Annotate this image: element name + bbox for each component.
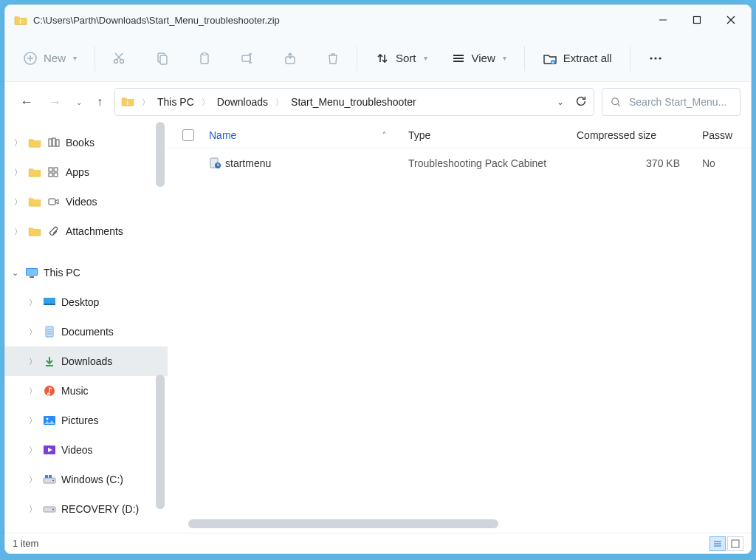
sidebar-label: Apps — [66, 166, 89, 178]
sidebar-label: Documents — [61, 326, 114, 338]
svg-rect-63 — [732, 540, 739, 547]
breadcrumb-mid[interactable]: Downloads — [217, 96, 268, 108]
column-header-name[interactable]: Name ˄ — [209, 129, 408, 141]
paste-button[interactable] — [191, 47, 218, 70]
maximize-button[interactable] — [680, 5, 714, 35]
trash-icon — [326, 51, 340, 66]
rename-button[interactable] — [234, 47, 261, 70]
chevron-down-icon: ▾ — [424, 54, 427, 62]
sidebar-item-videos[interactable]: 〉 Videos — [5, 435, 168, 465]
sidebar-scrollbar-thumb-upper[interactable] — [156, 122, 165, 187]
chevron-right-icon[interactable]: 〉 — [27, 327, 38, 338]
copy-button[interactable] — [148, 47, 175, 70]
address-history-button[interactable]: ⌄ — [552, 97, 568, 107]
chevron-right-icon[interactable]: 〉 — [13, 226, 23, 237]
svg-rect-35 — [54, 168, 58, 171]
copy-icon — [154, 51, 169, 66]
view-lines-icon — [451, 51, 466, 66]
chevron-right-icon[interactable]: 〉 — [13, 197, 23, 208]
svg-rect-16 — [242, 55, 250, 61]
sidebar-item-documents[interactable]: 〉 Documents — [5, 317, 168, 346]
sidebar-item-downloads[interactable]: 〉 Downloads — [5, 346, 168, 376]
new-button[interactable]: New ▾ — [16, 47, 84, 70]
more-button[interactable] — [641, 47, 670, 70]
sidebar-item-pictures[interactable]: 〉 Pictures — [5, 406, 168, 435]
horizontal-scrollbar[interactable] — [188, 519, 743, 528]
chevron-right-icon[interactable]: 〉 — [27, 415, 38, 426]
sidebar-item-desktop[interactable]: 〉 Desktop — [5, 287, 168, 317]
sidebar-item-music[interactable]: 〉 Music — [5, 376, 168, 406]
chevron-down-icon[interactable]: ⌄ — [10, 268, 20, 278]
chevron-right-icon[interactable]: 〉 — [27, 297, 38, 308]
chevron-right-icon[interactable]: 〉 — [142, 97, 150, 108]
titlebar[interactable]: C:\Users\Parth\Downloads\Start_Menu_trou… — [5, 5, 751, 35]
scissors-icon — [111, 51, 126, 66]
details-view-button[interactable] — [709, 536, 726, 551]
folder-icon — [27, 196, 42, 208]
address-bar[interactable]: 〉 This PC 〉 Downloads 〉 Start_Menu_troub… — [114, 88, 594, 116]
view-button[interactable]: View ▾ — [444, 47, 514, 70]
paperclip-sub-icon — [47, 225, 61, 237]
download-icon — [42, 355, 57, 367]
breadcrumb-root[interactable]: This PC — [157, 96, 194, 108]
column-header-password[interactable]: Passw — [702, 129, 751, 141]
sidebar-item-attachments[interactable]: 〉 Attachments — [5, 216, 168, 246]
share-icon — [283, 51, 298, 66]
chevron-right-icon[interactable]: 〉 — [27, 386, 38, 397]
recent-locations-button[interactable]: ⌄ — [76, 98, 82, 106]
svg-rect-2 — [694, 17, 701, 24]
sidebar-scrollbar-thumb-lower[interactable] — [156, 375, 165, 509]
back-button[interactable]: ← — [20, 95, 33, 110]
chevron-right-icon[interactable]: 〉 — [13, 167, 23, 178]
refresh-button[interactable] — [574, 95, 588, 110]
search-input[interactable] — [629, 96, 732, 108]
sidebar-item-apps[interactable]: 〉 Apps — [5, 157, 168, 187]
chevron-right-icon[interactable]: 〉 — [27, 474, 38, 485]
chevron-right-icon[interactable]: 〉 — [27, 356, 38, 367]
file-row[interactable]: startmenu Troubleshooting Pack Cabinet 3… — [168, 148, 751, 178]
chevron-right-icon[interactable]: 〉 — [27, 504, 38, 515]
delete-button[interactable] — [320, 47, 346, 70]
drive-icon — [42, 474, 57, 485]
sidebar-item-books[interactable]: 〉 Books — [5, 128, 168, 157]
file-list-panel: Name ˄ Type Compressed size Passw startm… — [168, 122, 751, 533]
sidebar-item-windows-c[interactable]: 〉 Windows (C:) — [5, 465, 168, 494]
horizontal-scrollbar-thumb[interactable] — [188, 519, 498, 528]
sidebar-item-videos-quick[interactable]: 〉 Videos — [5, 187, 168, 216]
breadcrumb-leaf[interactable]: Start_Menu_troubleshooter — [291, 96, 416, 108]
thumbnail-view-button[interactable] — [727, 536, 743, 551]
sidebar-item-recovery-d[interactable]: 〉 RECOVERY (D:) — [5, 494, 168, 524]
folder-icon — [27, 225, 42, 237]
search-box[interactable] — [602, 88, 740, 116]
chevron-right-icon[interactable]: 〉 — [202, 97, 210, 108]
sidebar-label: Attachments — [66, 225, 123, 237]
file-type: Troubleshooting Pack Cabinet — [408, 157, 577, 169]
forward-button[interactable]: → — [48, 95, 61, 110]
desktop-icon — [42, 296, 57, 308]
svg-point-9 — [120, 59, 124, 63]
sidebar-label: Books — [66, 137, 94, 148]
chevron-right-icon[interactable]: 〉 — [13, 137, 23, 148]
chevron-right-icon[interactable]: 〉 — [275, 97, 284, 108]
sort-icon — [375, 51, 390, 66]
column-name-label: Name — [209, 129, 236, 141]
up-button[interactable]: ↑ — [97, 95, 103, 109]
sidebar-item-this-pc[interactable]: ⌄ This PC — [5, 258, 168, 287]
chevron-down-icon: ▾ — [73, 54, 77, 62]
select-all-checkbox[interactable] — [182, 129, 209, 141]
chevron-right-icon[interactable]: 〉 — [27, 445, 38, 456]
sort-button[interactable]: Sort ▾ — [368, 47, 435, 70]
rename-icon — [240, 51, 255, 66]
close-button[interactable] — [714, 5, 748, 35]
share-button[interactable] — [277, 47, 303, 70]
svg-point-57 — [52, 509, 54, 511]
column-header-type[interactable]: Type — [408, 129, 577, 141]
column-header-size[interactable]: Compressed size — [577, 129, 702, 141]
svg-rect-31 — [49, 139, 52, 146]
minimize-button[interactable] — [646, 5, 680, 35]
pictures-icon — [42, 414, 57, 426]
extract-all-button[interactable]: Extract all — [535, 47, 619, 70]
clipboard-icon — [197, 51, 212, 66]
main-area: 〉 Books 〉 Apps 〉 Videos 〉 Atta — [5, 122, 751, 533]
cut-button[interactable] — [106, 47, 132, 70]
